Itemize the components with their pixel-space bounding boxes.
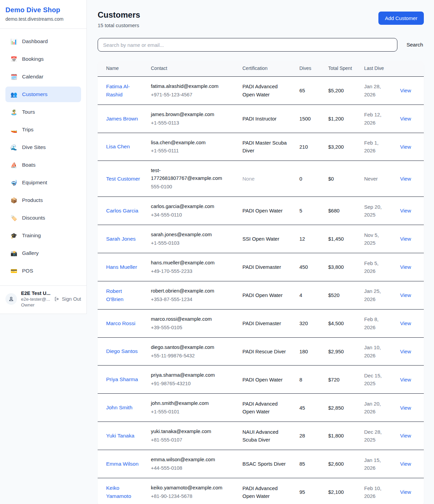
customer-email: priya.sharma@example.com: [151, 371, 232, 379]
sidebar-item-gallery[interactable]: 📸Gallery: [5, 245, 81, 261]
certification-cell: PADI Open Water: [237, 197, 294, 225]
customer-name-cell: Emma Wilson: [98, 450, 145, 478]
sidebar-item-dashboard[interactable]: 📊Dashboard: [5, 34, 81, 49]
sidebar-item-bookings[interactable]: 📅Bookings: [5, 51, 81, 67]
avatar: [5, 293, 17, 305]
sidebar-item-pos[interactable]: 💳POS: [5, 263, 81, 279]
customer-name-link[interactable]: Sarah Jones: [106, 235, 136, 243]
graduation-cap-icon: 🎓: [10, 232, 18, 239]
view-customer-link[interactable]: View: [400, 320, 411, 326]
certification-cell: PADI Advanced Open Water: [237, 394, 294, 422]
sidebar-item-trips[interactable]: 🚤Trips: [5, 122, 81, 137]
view-customer-link[interactable]: View: [400, 208, 411, 213]
total-spent-cell: $680: [323, 197, 359, 225]
view-customer-link[interactable]: View: [400, 349, 411, 354]
last-dive-value: Jan 25, 2026: [364, 288, 381, 302]
view-customer-link[interactable]: View: [400, 264, 411, 270]
sidebar-item-label: POS: [22, 268, 33, 274]
customer-email: robert.obrien@example.com: [151, 287, 232, 295]
search-input[interactable]: [98, 38, 397, 52]
customer-name-link[interactable]: Hans Mueller: [106, 263, 137, 271]
actions-cell: View: [395, 253, 424, 281]
certification-cell: PADI Divemaster: [237, 253, 294, 281]
view-customer-link[interactable]: View: [400, 377, 411, 382]
shop-name: Demo Dive Shop: [5, 6, 81, 14]
view-customer-link[interactable]: View: [400, 176, 411, 182]
dives-cell: 210: [294, 133, 323, 161]
view-customer-link[interactable]: View: [400, 433, 411, 438]
sidebar-item-discounts[interactable]: 🏷️Discounts: [5, 210, 81, 226]
search-button[interactable]: Search: [406, 40, 424, 50]
customer-phone: +1-555-0113: [151, 119, 232, 127]
view-customer-link[interactable]: View: [400, 405, 411, 411]
view-customer-link[interactable]: View: [400, 116, 411, 122]
actions-cell: View: [395, 450, 424, 478]
actions-cell: View: [395, 366, 424, 394]
customer-phone: +971-55-123-4567: [151, 91, 232, 99]
sidebar-item-label: Discounts: [22, 215, 45, 221]
total-spent-cell: $3,200: [323, 133, 359, 161]
view-customer-link[interactable]: View: [400, 461, 411, 467]
customer-name-link[interactable]: Priya Sharma: [106, 375, 138, 384]
sidebar-item-tours[interactable]: 🏝️Tours: [5, 104, 81, 120]
last-dive-cell: Jan 15, 2026: [359, 450, 395, 478]
customer-name-link[interactable]: Yuki Tanaka: [106, 432, 134, 440]
total-spent-value: $2,850: [328, 405, 344, 411]
dives-value: 8: [299, 377, 302, 382]
dives-value: 85: [299, 461, 305, 467]
view-customer-link[interactable]: View: [400, 144, 411, 150]
customer-name-link[interactable]: Marco Rossi: [106, 319, 135, 328]
sign-out-button[interactable]: Sign Out: [54, 296, 81, 302]
actions-cell: View: [395, 76, 424, 105]
actions-cell: View: [395, 422, 424, 450]
column-header-contact: Contact: [145, 61, 237, 76]
table-row: Yuki Tanakayuki.tanaka@example.com+81-55…: [98, 422, 424, 450]
total-spent-value: $4,500: [328, 320, 344, 326]
actions-cell: View: [395, 225, 424, 253]
total-spent-value: $1,800: [328, 433, 344, 438]
actions-cell: View: [395, 105, 424, 133]
certification-cell: PADI Open Water: [237, 281, 294, 309]
certification-value: PADI Open Water: [242, 208, 282, 213]
tag-icon: 🏷️: [10, 215, 18, 221]
sidebar-item-customers[interactable]: 👥Customers: [5, 87, 81, 102]
sidebar-item-training[interactable]: 🎓Training: [5, 228, 81, 243]
sidebar-item-boats[interactable]: ⛵Boats: [5, 157, 81, 173]
dives-value: 450: [299, 264, 308, 270]
view-customer-link[interactable]: View: [400, 292, 411, 298]
customer-name-link[interactable]: James Brown: [106, 115, 138, 123]
dives-value: 45: [299, 405, 305, 411]
customer-name-link[interactable]: Emma Wilson: [106, 460, 139, 468]
view-customer-link[interactable]: View: [400, 236, 411, 242]
sidebar-item-products[interactable]: 📦Products: [5, 192, 81, 208]
person-icon: [8, 296, 14, 302]
sidebar-item-label: Tours: [22, 109, 35, 115]
total-spent-cell: $2,850: [323, 394, 359, 422]
sidebar-nav: 📊Dashboard📅Bookings🗓️Calendar👥Customers🏝…: [0, 29, 86, 284]
customer-name-link[interactable]: Keiko Yamamoto: [106, 484, 140, 500]
wave-icon: 🌊: [10, 144, 18, 151]
view-customer-link[interactable]: View: [400, 489, 411, 495]
certification-value: SSI Open Water: [242, 236, 279, 242]
actions-cell: View: [395, 281, 424, 309]
sidebar-item-dive-sites[interactable]: 🌊Dive Sites: [5, 139, 81, 155]
sidebar-item-calendar[interactable]: 🗓️Calendar: [5, 69, 81, 85]
certification-cell: PADI Open Water: [237, 366, 294, 394]
customer-email: carlos.garcia@example.com: [151, 203, 232, 210]
table-row: Lisa Chenlisa.chen@example.com+1-555-011…: [98, 133, 424, 161]
sidebar-item-equipment[interactable]: 🤿Equipment: [5, 175, 81, 190]
page-header: Customers 15 total customers Add Custome…: [98, 10, 424, 28]
customer-name-link[interactable]: Lisa Chen: [106, 143, 130, 151]
view-customer-link[interactable]: View: [400, 88, 411, 93]
customer-email: yuki.tanaka@example.com: [151, 428, 232, 435]
customer-name-link[interactable]: Fatima Al-Rashid: [106, 82, 140, 99]
total-spent-cell: $2,950: [323, 337, 359, 366]
add-customer-button[interactable]: Add Customer: [378, 12, 424, 25]
customer-name-link[interactable]: John Smith: [106, 404, 133, 412]
customer-name-link[interactable]: Test Customer: [106, 175, 140, 183]
customer-name-link[interactable]: Carlos Garcia: [106, 207, 138, 215]
customer-name-link[interactable]: Diego Santos: [106, 347, 138, 355]
customer-name-link[interactable]: Robert O'Brien: [106, 287, 140, 303]
actions-cell: View: [395, 133, 424, 161]
customer-phone: +39-555-0105: [151, 324, 232, 332]
